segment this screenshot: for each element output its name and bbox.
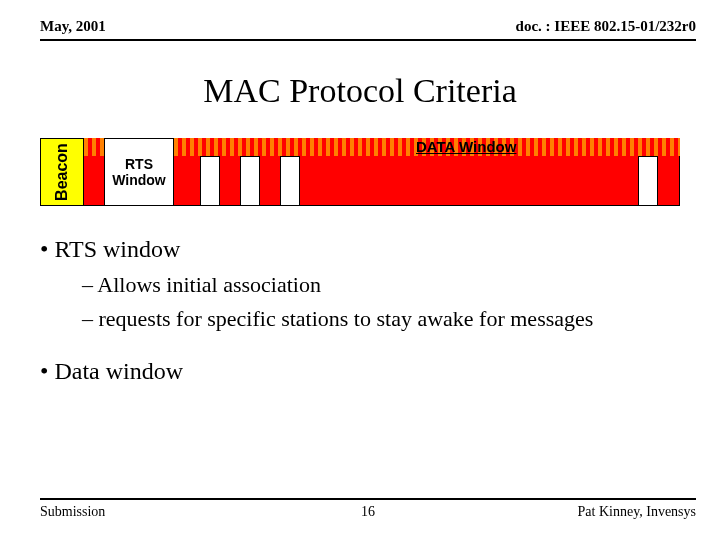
slot	[280, 156, 300, 206]
footer: Submission 16 Pat Kinney, Invensys	[40, 498, 696, 520]
footer-row: Submission 16 Pat Kinney, Invensys	[40, 504, 696, 520]
bullet-data: • Data window	[40, 358, 690, 385]
footer-rule	[40, 498, 696, 500]
beacon-label: Beacon	[53, 143, 71, 201]
beacon-block: Beacon	[40, 138, 84, 206]
slot	[240, 156, 260, 206]
slot	[200, 156, 220, 206]
footer-page-number: 16	[40, 504, 696, 520]
rts-window-block: RTSWindow	[104, 138, 174, 206]
slot	[638, 156, 658, 206]
superframe-diagram: Beacon RTSWindow DATA Window	[40, 138, 680, 206]
subbullet-assoc: – Allows initial association	[82, 271, 690, 299]
header-row: May, 2001 doc. : IEEE 802.15-01/232r0	[40, 18, 696, 35]
data-window-label: DATA Window	[416, 138, 516, 155]
slide-title: MAC Protocol Criteria	[0, 72, 720, 110]
hatch-left	[84, 138, 104, 156]
bullet-rts: • RTS window	[40, 236, 690, 263]
header-rule	[40, 39, 696, 41]
header-docnum: doc. : IEEE 802.15-01/232r0	[516, 18, 696, 35]
header-date: May, 2001	[40, 18, 106, 35]
body-text: • RTS window – Allows initial associatio…	[40, 236, 690, 393]
subbullet-requests: – requests for specific stations to stay…	[82, 305, 690, 333]
slide-page: May, 2001 doc. : IEEE 802.15-01/232r0 MA…	[0, 0, 720, 540]
header: May, 2001 doc. : IEEE 802.15-01/232r0	[40, 18, 696, 41]
